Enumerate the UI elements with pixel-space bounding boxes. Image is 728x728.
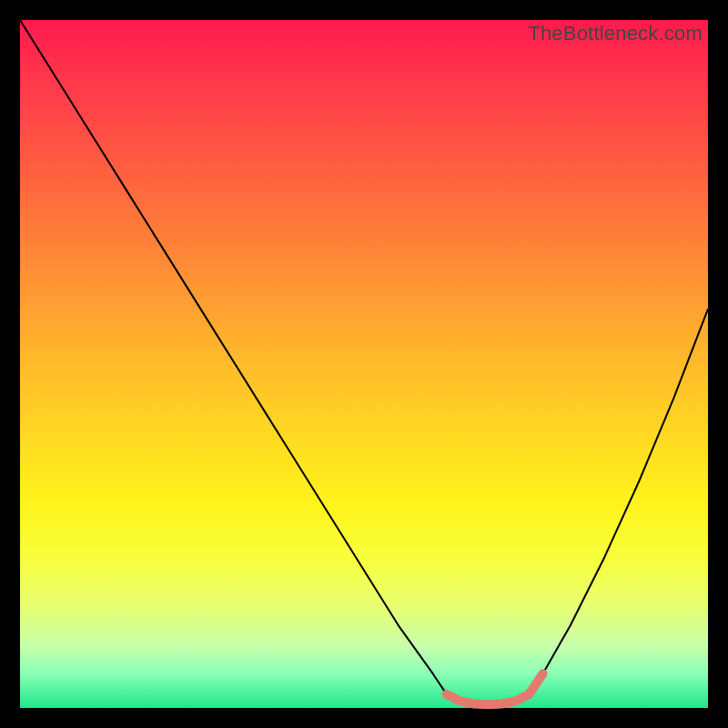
watermark-text: TheBottleneck.com — [528, 22, 703, 46]
chart-svg — [20, 20, 708, 708]
chart-frame: TheBottleneck.com — [20, 20, 708, 708]
bottleneck-curve — [20, 20, 708, 704]
optimal-range-highlight — [447, 673, 543, 704]
